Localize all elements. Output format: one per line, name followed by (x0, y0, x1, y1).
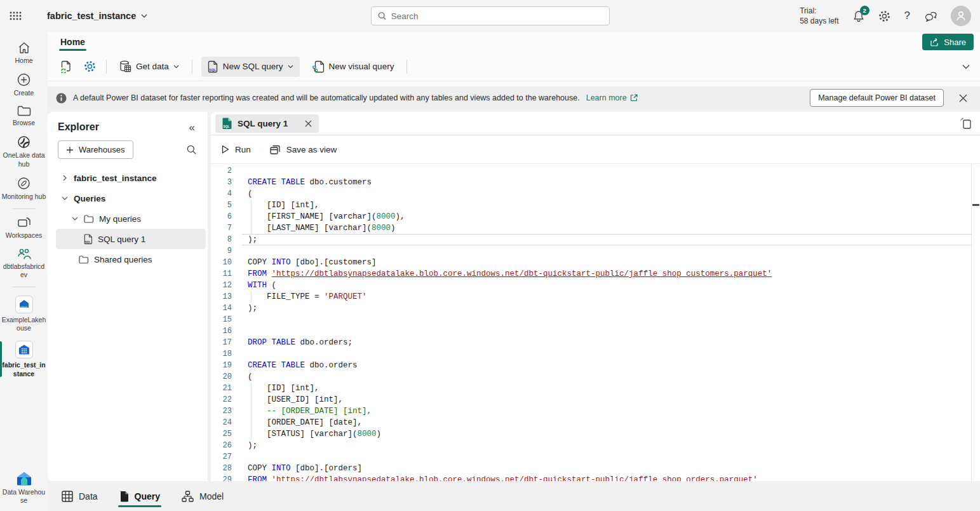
code-line[interactable]: 19CREATE TABLE dbo.orders (211, 360, 980, 371)
code-line[interactable]: 3CREATE TABLE dbo.customers (211, 177, 980, 188)
workspace-name: fabric_test_instance (47, 11, 136, 21)
close-tab-button[interactable] (305, 120, 312, 127)
workspace-switcher[interactable]: fabric_test_instance (47, 11, 147, 21)
nav-item-fabric-test-instance[interactable]: fabric_test_instance (0, 336, 48, 381)
code-line[interactable]: 21 [ID] [int], (211, 383, 980, 394)
view-switcher-bar: Data Query Model (48, 481, 980, 511)
sql-code-editor[interactable]: 23CREATE TABLE dbo.customers4(5 [ID] [in… (211, 164, 980, 481)
new-visual-query-button[interactable]: New visual query (309, 57, 398, 77)
notifications-button[interactable]: 2 (853, 10, 864, 22)
nav-item-onelake-data-hub[interactable]: OneLake data hub (0, 131, 48, 172)
code-line[interactable]: 7 [LAST_NAME] [varchar](8000) (211, 222, 980, 234)
chevron-down-icon (141, 14, 147, 18)
notification-badge: 2 (860, 6, 869, 15)
ribbon-expand-button[interactable] (962, 64, 970, 69)
code-line[interactable]: 20( (211, 371, 980, 383)
new-sql-query-button[interactable]: SQL New SQL query (201, 57, 300, 77)
warehouse-badge (15, 341, 33, 358)
tab-data[interactable]: Data (62, 481, 98, 511)
code-line[interactable]: 6 [FIRST_NAME] [varchar](8000), (211, 211, 980, 222)
code-line[interactable]: 5 [ID] [int], (211, 200, 980, 211)
nav-item-home[interactable]: Home (0, 37, 48, 69)
info-icon (56, 93, 67, 104)
code-line[interactable]: 15 (211, 314, 980, 325)
nav-item-workspaces[interactable]: Workspaces (0, 213, 48, 243)
search-input[interactable] (391, 11, 603, 21)
home-icon (17, 41, 31, 54)
manage-dataset-button[interactable]: Manage default Power BI dataset (810, 89, 944, 107)
copy-button[interactable] (959, 118, 971, 129)
editor-tab-sql-query-1[interactable]: SQL SQL query 1 (215, 114, 319, 133)
tree-item-sql-query-1[interactable]: SQL SQL query 1 (56, 229, 206, 249)
document-refresh-icon (60, 60, 72, 73)
feedback-icon (924, 10, 937, 22)
code-line[interactable]: 9 (211, 245, 980, 257)
code-line[interactable]: 25 [STATUS] [varchar](8000) (211, 428, 980, 440)
code-line[interactable]: 2 (211, 165, 980, 177)
code-line[interactable]: 12WITH ( (211, 280, 980, 291)
share-button[interactable]: Share (922, 34, 974, 50)
tab-query[interactable]: Query (119, 481, 160, 511)
warehouse-icon (18, 344, 30, 355)
chevron-down-icon (962, 64, 970, 69)
nav-item-browse[interactable]: Browse (0, 101, 48, 131)
query-doc-icon (119, 491, 129, 502)
run-button[interactable]: Run (222, 145, 251, 154)
global-search[interactable] (371, 6, 610, 25)
code-line[interactable]: 26); (211, 440, 980, 451)
code-line[interactable]: 10COPY INTO [dbo].[customers] (211, 257, 980, 268)
code-line[interactable]: 28COPY INTO [dbo].[orders] (211, 463, 980, 474)
tree-item-shared-queries[interactable]: Shared queries (56, 249, 206, 269)
code-line[interactable]: 4( (211, 188, 980, 200)
save-as-view-button[interactable]: Save as view (270, 145, 337, 154)
svg-text:SQL: SQL (85, 240, 91, 243)
tab-home[interactable]: Home (53, 32, 93, 52)
toolbar-divider (106, 60, 107, 74)
share-icon (930, 37, 939, 46)
settings-gear-button[interactable] (83, 57, 97, 76)
gear-icon (878, 10, 890, 22)
get-data-button[interactable]: Get data (116, 57, 183, 76)
code-line[interactable]: 18 (211, 348, 980, 360)
banner-close-button[interactable] (959, 94, 967, 102)
code-line[interactable]: 11FROM 'https://dbtlabsynapsedatalake.bl… (211, 268, 980, 280)
add-warehouses-button[interactable]: Warehouses (58, 140, 133, 159)
editor-tab-bar: SQL SQL query 1 (211, 112, 980, 135)
code-line[interactable]: 13 FILE_TYPE = 'PARQUET' (211, 291, 980, 303)
feedback-button[interactable] (924, 10, 937, 22)
nav-item-data-warehouse[interactable]: Data Warehouse (0, 467, 48, 511)
tab-model[interactable]: Model (182, 481, 224, 511)
explorer-title: Explorer (58, 121, 99, 133)
tree-item-queries[interactable]: Queries (56, 188, 206, 208)
help-button[interactable]: ? (904, 10, 910, 22)
sql-file-icon: SQL (84, 234, 93, 245)
tree-item-my-queries[interactable]: My queries (56, 208, 206, 229)
code-line[interactable]: 23 -- [ORDER_DATE] [int], (211, 405, 980, 417)
explorer-panel: Explorer « Warehouses fabric_tes (48, 112, 208, 481)
learn-more-link[interactable]: Learn more (586, 93, 638, 102)
app-launcher-button[interactable] (0, 0, 30, 32)
code-line[interactable]: 22 [USER_ID] [int], (211, 394, 980, 405)
folder-icon (84, 215, 94, 223)
tree-item-warehouse[interactable]: fabric_test_instance (56, 168, 206, 188)
nav-item-dbtlabsfabricdev[interactable]: dbtlabsfabricdev (0, 243, 48, 283)
spacer (48, 81, 980, 86)
collapse-panel-button[interactable]: « (189, 122, 195, 133)
nav-item-create[interactable]: Create (0, 69, 48, 101)
refresh-dataset-button[interactable] (59, 57, 74, 77)
code-line[interactable]: 24 [ORDER_DATE] [date], (211, 417, 980, 428)
code-line[interactable]: 29FROM 'https://dbtlabsynapsedatalake.bl… (211, 474, 980, 481)
plus-icon (66, 146, 74, 154)
search-icon[interactable] (187, 145, 196, 154)
nav-item-monitoring-hub[interactable]: Monitoring hub (0, 172, 48, 205)
code-line[interactable]: 16 (211, 325, 980, 337)
code-line[interactable]: 8); (211, 234, 980, 245)
code-line[interactable]: 17DROP TABLE dbo.orders; (211, 337, 980, 348)
nav-item-examplelakehouse[interactable]: ExampleLakehouse (0, 291, 48, 336)
overview-ruler-marker[interactable] (972, 204, 979, 206)
settings-button[interactable] (878, 10, 890, 22)
account-avatar[interactable] (951, 6, 971, 26)
lakehouse-badge (15, 296, 33, 313)
code-line[interactable]: 14); (211, 303, 980, 314)
code-line[interactable]: 27 (211, 451, 980, 463)
